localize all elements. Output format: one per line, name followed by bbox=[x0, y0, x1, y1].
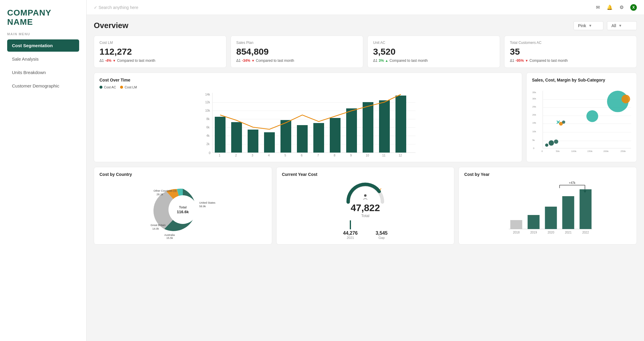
delta-num: Δ1 bbox=[236, 59, 241, 63]
gauge-bar-2021 bbox=[350, 220, 351, 229]
legend-dot-teal bbox=[99, 86, 102, 89]
mail-icon[interactable]: ✉ bbox=[594, 4, 601, 11]
kpi-value: 35 bbox=[510, 47, 631, 57]
svg-text:2018: 2018 bbox=[513, 231, 520, 234]
kpi-label: Sales Plan bbox=[236, 41, 358, 45]
svg-text:0: 0 bbox=[542, 150, 543, 153]
cost-by-year-card: Cost by Year +47k bbox=[459, 167, 637, 245]
sales-cost-margin-title: Sales, Cost, Margin by Sub-Category bbox=[532, 78, 631, 82]
svg-rect-95 bbox=[580, 189, 592, 229]
kpi-value: 112,272 bbox=[99, 47, 221, 57]
svg-text:Other Countries (3): Other Countries (3) bbox=[154, 189, 177, 192]
gauge-2021: 44,276 2021 bbox=[343, 220, 358, 239]
svg-rect-93 bbox=[545, 207, 557, 229]
kpi-delta: Δ1 -34% ▼ Compared to last month bbox=[236, 59, 358, 63]
svg-text:4k: 4k bbox=[206, 134, 210, 137]
svg-text:8: 8 bbox=[334, 154, 335, 157]
svg-rect-27 bbox=[395, 96, 406, 153]
svg-text:11: 11 bbox=[382, 154, 386, 157]
kpi-delta: Δ1 -4% ▼ Compared to last month bbox=[99, 59, 221, 63]
svg-rect-23 bbox=[330, 118, 341, 153]
svg-text:25k: 25k bbox=[532, 105, 536, 108]
svg-text:Total: Total bbox=[179, 205, 187, 209]
delta-num: Δ1 bbox=[510, 59, 514, 63]
sidebar-item-sale-analysis[interactable]: Sale Analysis bbox=[7, 53, 79, 65]
delta-pct: 3% bbox=[379, 59, 384, 63]
svg-text:10k: 10k bbox=[205, 109, 210, 112]
kpi-value: 3,520 bbox=[373, 47, 494, 57]
svg-text:2021: 2021 bbox=[565, 231, 572, 234]
svg-text:8k: 8k bbox=[206, 117, 210, 121]
sales-cost-margin-card: Sales, Cost, Margin by Sub-Category 0 5k… bbox=[526, 73, 637, 162]
svg-text:5k: 5k bbox=[532, 139, 535, 142]
svg-text:2019: 2019 bbox=[530, 231, 537, 234]
gauge-2021-label: 2021 bbox=[347, 236, 354, 239]
svg-text:2: 2 bbox=[235, 154, 237, 157]
svg-text:2022: 2022 bbox=[582, 231, 589, 234]
cost-by-year-title: Cost by Year bbox=[464, 172, 631, 177]
kpi-label: Total Customers AC bbox=[510, 41, 631, 45]
gauge-footer: 44,276 2021 3,545 Gap bbox=[343, 220, 388, 239]
svg-text:5: 5 bbox=[284, 154, 286, 157]
bar-year-svg: +47k 2018 2019 bbox=[464, 180, 631, 239]
settings-icon[interactable]: ⚙ bbox=[618, 4, 625, 11]
kpi-card-total-customers: Total Customers AC 35 Δ1 -95% ▼ Compared… bbox=[504, 36, 637, 68]
svg-text:14k: 14k bbox=[205, 93, 210, 96]
sidebar-item-customer-demographic[interactable]: Customer Demographic bbox=[7, 80, 79, 92]
svg-rect-94 bbox=[562, 196, 574, 229]
filter-all-dropdown[interactable]: All ▼ bbox=[607, 21, 637, 30]
svg-text:100k: 100k bbox=[571, 150, 576, 153]
kpi-delta: Δ1 -95% ▼ Compared to last month bbox=[510, 59, 631, 63]
delta-desc: Compared to last month bbox=[390, 59, 428, 63]
sidebar-item-cost-segmentation[interactable]: Cost Segmentation bbox=[7, 39, 79, 52]
svg-text:10: 10 bbox=[366, 154, 369, 157]
svg-line-82 bbox=[380, 188, 381, 191]
bubble-chart-svg: 0 5k 10k 15k 20k 25k 30k 35k 0 50k 100k … bbox=[532, 85, 631, 163]
svg-rect-21 bbox=[297, 125, 308, 153]
delta-num: Δ1 bbox=[373, 59, 378, 63]
svg-text:0: 0 bbox=[209, 151, 211, 155]
svg-text:+47k: +47k bbox=[569, 181, 576, 185]
svg-text:6: 6 bbox=[301, 154, 303, 157]
xbox-icon[interactable]: X bbox=[630, 4, 637, 11]
main-menu-label: MAIN MENU bbox=[7, 32, 79, 36]
svg-text:20k: 20k bbox=[532, 113, 536, 116]
delta-pct: -34% bbox=[242, 59, 250, 63]
gauge-gap: 3,545 Gap bbox=[375, 231, 387, 239]
kpi-delta: Δ1 3% ▲ Compared to last month bbox=[373, 59, 494, 63]
kpi-card-unit-ac: Unit AC 3,520 Δ1 3% ▲ Compared to last m… bbox=[367, 36, 500, 68]
filter-pink-dropdown[interactable]: Pink ▼ bbox=[574, 21, 603, 30]
kpi-value: 854,809 bbox=[236, 47, 358, 57]
svg-text:28.1k: 28.1k bbox=[157, 193, 163, 196]
svg-rect-18 bbox=[248, 130, 258, 153]
current-year-cost-title: Current Year Cost bbox=[282, 172, 449, 177]
search-area[interactable]: ✓ Search anything here bbox=[94, 5, 591, 10]
cost-over-time-chart: 0 2k 4k 6k 8k 10k 12k 14k bbox=[99, 91, 516, 157]
svg-point-62 bbox=[545, 144, 548, 147]
svg-rect-19 bbox=[264, 132, 275, 153]
search-placeholder[interactable]: ✓ Search anything here bbox=[94, 5, 138, 10]
svg-text:3: 3 bbox=[252, 154, 253, 157]
svg-text:58.9k: 58.9k bbox=[199, 205, 206, 208]
svg-text:35k: 35k bbox=[532, 91, 536, 94]
svg-rect-20 bbox=[280, 120, 291, 153]
cost-by-country-title: Cost by Country bbox=[99, 172, 266, 177]
delta-num: Δ1 bbox=[99, 59, 104, 63]
bell-icon[interactable]: 🔔 bbox=[606, 4, 613, 11]
cost-over-time-card: Cost Over Time Cost AC Cost LM 0 bbox=[94, 73, 522, 162]
company-name: COMPANYNAME bbox=[7, 8, 79, 27]
delta-pct: -4% bbox=[105, 59, 111, 63]
sidebar-item-units-breakdown[interactable]: Units Breakdown bbox=[7, 66, 79, 79]
gauge-2021-value: 44,276 bbox=[343, 231, 358, 236]
topbar-icons: ✉ 🔔 ⚙ X bbox=[594, 4, 637, 11]
main-area: ✓ Search anything here ✉ 🔔 ⚙ X Overview … bbox=[87, 0, 644, 341]
legend-item-cost-ac: Cost AC bbox=[99, 85, 116, 89]
svg-text:0: 0 bbox=[533, 147, 535, 150]
page-title: Overview bbox=[94, 21, 570, 30]
chevron-down-icon: ▼ bbox=[619, 24, 622, 28]
svg-text:United States: United States bbox=[199, 201, 216, 204]
legend-item-cost-lm: Cost LM bbox=[120, 85, 137, 89]
svg-text:10k: 10k bbox=[532, 130, 536, 133]
svg-text:12k: 12k bbox=[205, 101, 210, 104]
svg-rect-24 bbox=[346, 108, 357, 153]
